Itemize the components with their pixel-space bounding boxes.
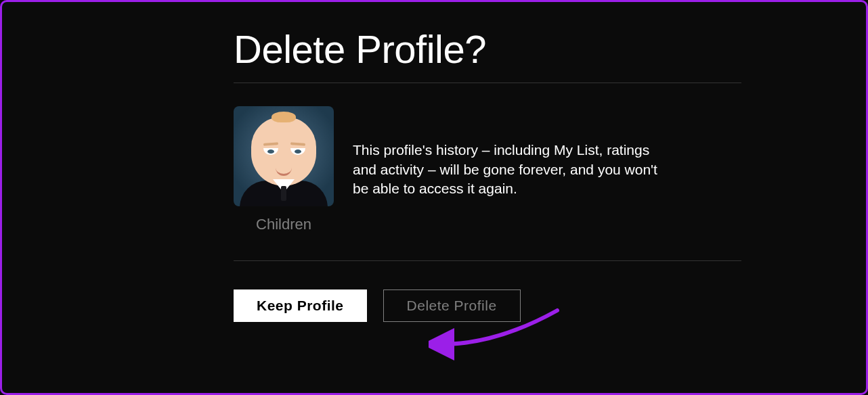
profile-name-label: Children <box>256 216 311 233</box>
dialog-actions: Keep Profile Delete Profile <box>234 289 741 322</box>
warning-text: This profile's history – including My Li… <box>353 141 671 198</box>
keep-profile-button[interactable]: Keep Profile <box>234 289 367 322</box>
dialog-title: Delete Profile? <box>234 26 741 83</box>
delete-profile-dialog: Delete Profile? Children This profile's … <box>234 26 741 322</box>
profile-row: Children This profile's history – includ… <box>234 106 741 261</box>
app-frame: Delete Profile? Children This profile's … <box>0 0 868 395</box>
delete-profile-button[interactable]: Delete Profile <box>383 289 521 322</box>
profile-avatar <box>234 106 334 206</box>
profile-block: Children <box>234 106 334 233</box>
